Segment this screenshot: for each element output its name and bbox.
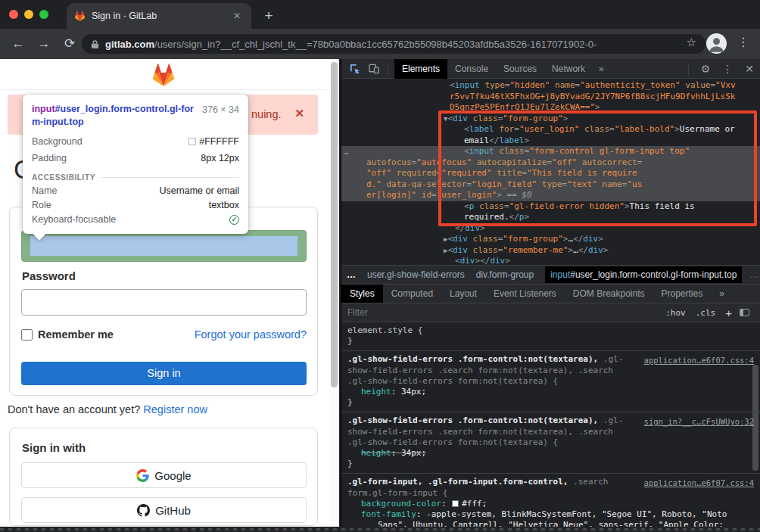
stylesheet-source-link[interactable]: sign_in?__c…cFsUWUyo:32: [644, 416, 754, 427]
maximize-window-button[interactable]: [39, 10, 48, 19]
devtools-tab-sources[interactable]: Sources: [496, 59, 544, 79]
back-icon[interactable]: ←: [9, 35, 27, 53]
toolbar-separator: [388, 63, 388, 75]
toolbar-separator-right: [688, 63, 689, 75]
devtools-tab-network[interactable]: Network: [544, 59, 593, 79]
social-signin-card: Sign in with Google GitHub: [9, 428, 318, 526]
url-text: gitlab.com/users/sign_in?__cf_chl_jschl_…: [105, 39, 596, 50]
dom-tree-line[interactable]: D5gnzPe5PEnfrQ1JEu7lZekCWA==">: [341, 102, 760, 114]
dom-tree-line[interactable]: <div></div>: [341, 256, 760, 265]
devtools-close-icon[interactable]: ✕: [739, 63, 760, 75]
panel-tab-layout[interactable]: Layout: [441, 285, 485, 303]
gutter-dots-icon[interactable]: ⋯: [344, 148, 349, 160]
devtools-panel: ElementsConsoleSourcesNetwork » ⚙ ⋮ ✕ ⋯ …: [341, 59, 760, 532]
close-window-button[interactable]: [9, 10, 18, 19]
tooltip-background-row: Background #FFFFFF: [23, 133, 248, 150]
bookmark-star-icon[interactable]: ☆: [687, 36, 696, 49]
panel-tab-event-listeners[interactable]: Event Listeners: [485, 285, 565, 303]
breadcrumb-item[interactable]: input#user_login.form-control.gl-form-in…: [545, 266, 742, 283]
browser-tab[interactable]: Sign in · GitLab ✕: [67, 3, 251, 29]
header-divider: [0, 89, 339, 90]
filter-input[interactable]: Filter: [347, 307, 665, 318]
panel-tab-styles[interactable]: Styles: [341, 285, 383, 303]
dom-tree-line[interactable]: er[login]" id="user_login"> == $0: [341, 190, 760, 201]
dom-tree-line[interactable]: </div>: [341, 223, 760, 235]
devtools-tab-elements[interactable]: Elements: [394, 59, 447, 79]
panel-tab-dom-breakpoints[interactable]: DOM Breakpoints: [565, 285, 653, 303]
dom-tree-line[interactable]: <label for="user_login" class="label-bol…: [341, 124, 760, 135]
google-icon: [136, 469, 149, 482]
dom-tree-line[interactable]: "off" required="required" title="This fi…: [341, 168, 760, 179]
tab-close-icon[interactable]: ✕: [230, 9, 244, 23]
inspector-tooltip: input#user_login.form-control.gl-form-in…: [23, 95, 248, 234]
inspect-element-icon[interactable]: [349, 63, 360, 74]
dom-tree-line[interactable]: <p class="gl-field-error hidden">This fi…: [341, 201, 760, 213]
person-icon: [706, 33, 727, 54]
reload-icon[interactable]: ⟳: [61, 35, 79, 53]
google-signin-button[interactable]: Google: [21, 462, 307, 488]
new-tab-button[interactable]: +: [259, 6, 279, 26]
dom-tree-line[interactable]: email</label>: [341, 135, 760, 147]
password-field[interactable]: [21, 289, 307, 316]
stylesheet-source-link[interactable]: application…e6f07.css:4: [644, 355, 754, 366]
breadcrumb-item[interactable]: user.gl-show-field-errors: [367, 269, 465, 280]
dom-tree-line[interactable]: autofocus="autofocus" autocapitalize="of…: [341, 157, 760, 169]
address-bar[interactable]: gitlab.com/users/sign_in?__cf_chl_jschl_…: [82, 34, 705, 54]
forward-icon[interactable]: →: [35, 35, 53, 53]
dom-tree-line[interactable]: d." data-qa-selector="login_field" type=…: [341, 179, 760, 191]
register-now-link[interactable]: Register now: [143, 403, 207, 415]
scrollbar-thumb[interactable]: [331, 62, 338, 387]
breadcrumb-item[interactable]: …: [347, 269, 356, 280]
dom-breadcrumbs: …user.gl-show-field-errorsdiv.form-group…: [341, 265, 760, 284]
dom-tree-line[interactable]: r5vvTfku46tX5FhxOG+j8yBYvadG/2JY7NP6fB8s…: [341, 92, 760, 103]
style-rule: application…e6f07.css:4.gl-form-input, .…: [341, 474, 760, 532]
stylesheet-source-link[interactable]: application…e6f07.css:4: [644, 478, 754, 488]
hov-toggle[interactable]: :hov: [665, 308, 686, 318]
sign-in-button[interactable]: Sign in: [21, 362, 307, 385]
new-style-rule-button[interactable]: +: [725, 306, 732, 319]
devtools-menu-icon[interactable]: ⋮: [716, 63, 739, 75]
panel-tab-computed[interactable]: Computed: [383, 285, 441, 303]
dom-tree-line[interactable]: <input type="hidden" name="authenticity_…: [341, 80, 760, 92]
green-check-icon: ✓: [229, 215, 239, 225]
alert-text: nuing.: [251, 108, 282, 120]
dom-tree-line[interactable]: ▶<div class="remember-me">…</div>: [341, 245, 760, 257]
color-swatch: [188, 138, 196, 145]
dom-tree-line[interactable]: <input class="form-control gl-form-input…: [341, 146, 760, 157]
device-toolbar-icon[interactable]: [368, 63, 380, 74]
remember-me-label: Remember me: [38, 328, 114, 341]
gitlab-favicon-icon: [74, 11, 86, 21]
remember-me-checkbox[interactable]: [21, 329, 33, 341]
panel-more-tabs-icon[interactable]: »: [711, 285, 733, 303]
devtools-tabs: ElementsConsoleSourcesNetwork: [394, 59, 593, 79]
github-signin-button[interactable]: GitHub: [21, 497, 307, 523]
browser-menu-icon[interactable]: ⋮: [737, 35, 749, 49]
elements-tree: ⋯ <input type="hidden" name="authenticit…: [341, 79, 760, 265]
panel-tab-properties[interactable]: Properties: [653, 285, 712, 303]
devtools-tab-console[interactable]: Console: [447, 59, 496, 79]
breadcrumb-item[interactable]: …: [749, 269, 758, 280]
macos-traffic-lights[interactable]: [9, 10, 48, 19]
css-property[interactable]: height: 34px;: [347, 387, 754, 397]
color-swatch[interactable]: [452, 500, 459, 507]
breadcrumb-item[interactable]: div.form-group: [476, 269, 534, 280]
css-property[interactable]: background-color: #fff;: [347, 499, 754, 509]
dom-tree-line[interactable]: required.</p>: [341, 212, 760, 223]
minimize-window-button[interactable]: [24, 10, 33, 19]
password-label: Password: [22, 269, 76, 282]
alert-close-icon[interactable]: ✕: [294, 107, 304, 120]
profile-avatar[interactable]: [706, 33, 727, 54]
username-input-highlighted[interactable]: [21, 230, 307, 262]
forgot-password-link[interactable]: Forgot your password?: [195, 328, 307, 341]
lock-icon[interactable]: [91, 39, 99, 49]
css-property[interactable]: height: 34px;: [347, 448, 754, 459]
remember-row: Remember me Forgot your password?: [21, 328, 307, 344]
more-tabs-icon[interactable]: »: [593, 64, 610, 74]
sidebar-toggle-icon[interactable]: [740, 309, 749, 316]
devtools-toolbar: ElementsConsoleSourcesNetwork » ⚙ ⋮ ✕: [341, 59, 760, 79]
settings-gear-icon[interactable]: ⚙: [695, 63, 717, 75]
dom-tree-line[interactable]: ▼<div class="form-group">: [341, 114, 760, 125]
page-scrollbar[interactable]: [330, 59, 339, 532]
dom-tree-line[interactable]: ▶<div class="form-group">…</div>: [341, 234, 760, 245]
cls-toggle[interactable]: .cls: [696, 308, 716, 318]
